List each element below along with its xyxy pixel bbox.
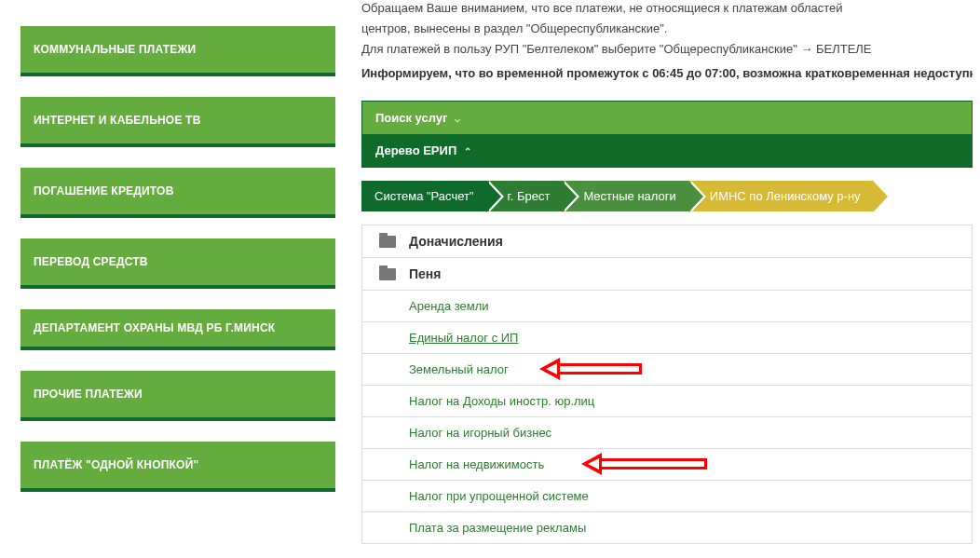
sidebar-item-transfer[interactable]: ПЕРЕВОД СРЕДСТВ <box>20 238 335 289</box>
breadcrumb-category[interactable]: Местные налоги <box>563 181 688 211</box>
annotation-arrow <box>539 361 642 377</box>
service-link-foreign-income-tax[interactable]: Налог на Доходы иностр. юр.лиц <box>362 386 972 417</box>
service-link-single-tax-ip[interactable]: Единый налог с ИП <box>362 322 972 354</box>
service-link-land-tax[interactable]: Земельный налог <box>362 354 972 386</box>
panels: Поиск услуг ⌵ Дерево ЕРИП ⌃ <box>361 101 973 168</box>
main-content: Обращаем Ваше вниманием, что все платежи… <box>354 0 980 558</box>
breadcrumb: Система "Расчет" г. Брест Местные налоги… <box>361 168 973 225</box>
breadcrumb-system[interactable]: Система "Расчет" <box>361 181 487 211</box>
notice-line: Для платежей в пользу РУП "Белтелеком" в… <box>361 41 973 58</box>
service-tree: Доначисления Пеня Аренда земли Единый на… <box>361 225 973 544</box>
panel-search-services[interactable]: Поиск услуг ⌵ <box>362 102 972 134</box>
annotation-arrow <box>581 456 707 472</box>
sidebar-item-utilities[interactable]: КОММУНАЛЬНЫЕ ПЛАТЕЖИ <box>20 26 335 76</box>
service-link-simplified-tax[interactable]: Налог при упрощенной системе <box>362 481 972 512</box>
notice-bold: Информируем, что во временной промежуток… <box>361 64 973 83</box>
chevron-up-icon: ⌃ <box>464 146 471 157</box>
breadcrumb-current[interactable]: ИМНС по Ленинскому р-ну <box>689 181 874 211</box>
service-link-ad-placement-fee[interactable]: Плата за размещение рекламы <box>362 512 972 544</box>
service-link-property-tax[interactable]: Налог на недвижимость <box>362 449 972 481</box>
sidebar-item-other-payments[interactable]: ПРОЧИЕ ПЛАТЕЖИ <box>20 371 335 421</box>
panel-erip-tree[interactable]: Дерево ЕРИП ⌃ <box>362 134 972 167</box>
sidebar-item-loans[interactable]: ПОГАШЕНИЕ КРЕДИТОВ <box>20 168 335 218</box>
folder-icon <box>379 268 396 280</box>
service-link-land-rent[interactable]: Аренда земли <box>362 291 972 322</box>
notice-line: Обращаем Ваше вниманием, что все платежи… <box>361 0 973 17</box>
folder-row[interactable]: Доначисления <box>362 225 972 258</box>
sidebar-item-internet-tv[interactable]: ИНТЕРНЕТ И КАБЕЛЬНОЕ ТВ <box>20 97 335 147</box>
folder-row[interactable]: Пеня <box>362 258 972 291</box>
sidebar: КОММУНАЛЬНЫЕ ПЛАТЕЖИ ИНТЕРНЕТ И КАБЕЛЬНО… <box>0 0 354 558</box>
chevron-down-icon: ⌵ <box>455 114 460 124</box>
notice-line: центров, вынесены в раздел "Общереспубли… <box>361 20 973 37</box>
folder-icon <box>379 236 396 248</box>
sidebar-item-one-click-payment[interactable]: ПЛАТЁЖ "ОДНОЙ КНОПКОЙ" <box>20 442 335 492</box>
sidebar-item-mvd-security[interactable]: ДЕПАРТАМЕНТ ОХРАНЫ МВД РБ Г.МИНСК <box>20 309 335 350</box>
service-link-gambling-tax[interactable]: Налог на игорный бизнес <box>362 417 972 449</box>
